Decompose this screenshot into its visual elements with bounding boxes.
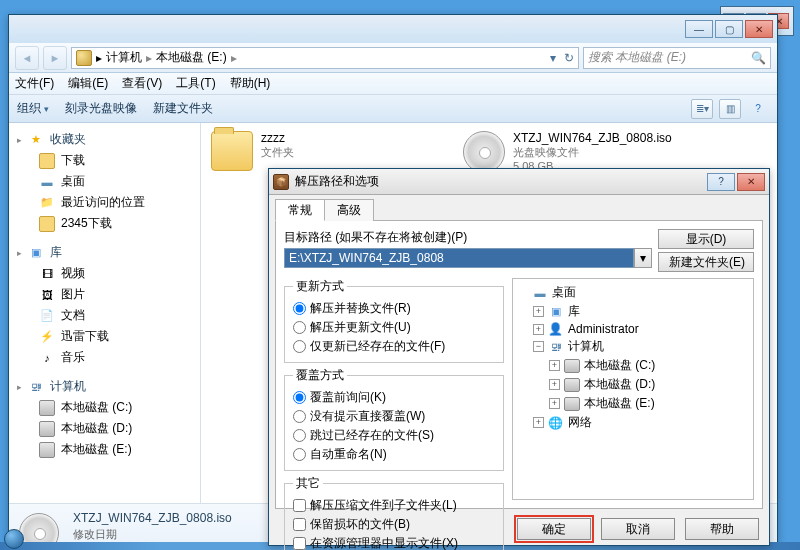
search-icon: 🔍 xyxy=(751,51,766,65)
radio-skip-existing[interactable]: 跳过已经存在的文件(S) xyxy=(293,426,495,445)
tree-node-desktop[interactable]: ▬桌面 xyxy=(517,283,749,302)
video-icon: 🎞 xyxy=(39,266,55,282)
help-icon[interactable]: ? xyxy=(747,99,769,119)
winrar-icon: 📦 xyxy=(273,174,289,190)
view-mode-button[interactable]: ≣▾ xyxy=(691,99,713,119)
menu-bar: 文件(F) 编辑(E) 查看(V) 工具(T) 帮助(H) xyxy=(9,73,777,95)
start-button[interactable] xyxy=(4,529,24,549)
sidebar-computer-head[interactable]: 🖳计算机 xyxy=(9,376,200,397)
ok-button[interactable]: 确定 xyxy=(517,518,591,540)
search-input[interactable]: 搜索 本地磁盘 (E:) 🔍 xyxy=(583,47,771,69)
menu-help[interactable]: 帮助(H) xyxy=(230,75,271,92)
destination-label: 目标路径 (如果不存在将被创建)(P) xyxy=(284,229,652,246)
check-show-explorer[interactable]: 在资源管理器中显示文件(X) xyxy=(293,534,495,550)
radio-extract-replace[interactable]: 解压并替换文件(R) xyxy=(293,299,495,318)
burn-button[interactable]: 刻录光盘映像 xyxy=(65,100,137,117)
help-button[interactable]: 帮助 xyxy=(685,518,759,540)
tree-node-drive-e[interactable]: +本地磁盘 (E:) xyxy=(517,394,749,413)
dialog-tabs: 常规 高级 xyxy=(275,199,763,221)
details-modified-label: 修改日期 xyxy=(73,527,232,542)
tree-node-libraries[interactable]: +▣库 xyxy=(517,302,749,321)
file-name: XTZJ_WIN764_ZJB_0808.iso xyxy=(513,131,672,145)
dialog-close-button[interactable]: ✕ xyxy=(737,173,765,191)
radio-freshen[interactable]: 仅更新已经存在的文件(F) xyxy=(293,337,495,356)
breadcrumb-dropdown-icon[interactable]: ▾ xyxy=(550,51,556,65)
sidebar-item-downloads[interactable]: 下载 xyxy=(9,150,200,171)
sidebar-item-pictures[interactable]: 🖼图片 xyxy=(9,284,200,305)
sidebar-libraries-head[interactable]: ▣库 xyxy=(9,242,200,263)
menu-tools[interactable]: 工具(T) xyxy=(176,75,215,92)
minimize-button[interactable]: — xyxy=(685,20,713,38)
sidebar-item-recent[interactable]: 📁最近访问的位置 xyxy=(9,192,200,213)
picture-icon: 🖼 xyxy=(39,287,55,303)
sidebar-item-music[interactable]: ♪音乐 xyxy=(9,347,200,368)
back-button[interactable]: ◄ xyxy=(15,46,39,70)
dialog-help-button[interactable]: ? xyxy=(707,173,735,191)
file-name: zzzz xyxy=(261,131,294,145)
dialog-titlebar[interactable]: 📦 解压路径和选项 ? ✕ xyxy=(269,169,769,195)
folder-icon xyxy=(39,153,55,169)
tree-node-drive-d[interactable]: +本地磁盘 (D:) xyxy=(517,375,749,394)
tree-node-admin[interactable]: +👤Administrator xyxy=(517,321,749,337)
computer-icon: 🖳 xyxy=(28,379,44,395)
update-mode-group: 更新方式 解压并替换文件(R) 解压并更新文件(U) 仅更新已经存在的文件(F) xyxy=(284,278,504,363)
search-placeholder: 搜索 本地磁盘 (E:) xyxy=(588,49,686,66)
tree-node-network[interactable]: +🌐网络 xyxy=(517,413,749,432)
file-item-iso[interactable]: XTZJ_WIN764_ZJB_0808.iso 光盘映像文件 5.08 GB xyxy=(463,131,693,173)
sidebar-item-drive-e[interactable]: 本地磁盘 (E:) xyxy=(9,439,200,460)
tree-node-drive-c[interactable]: +本地磁盘 (C:) xyxy=(517,356,749,375)
destination-dropdown-button[interactable]: ▾ xyxy=(634,248,652,268)
overwrite-mode-group: 覆盖方式 覆盖前询问(K) 没有提示直接覆盖(W) 跳过已经存在的文件(S) 自… xyxy=(284,367,504,471)
thunder-icon: ⚡ xyxy=(39,329,55,345)
libraries-icon: ▣ xyxy=(28,245,44,261)
organize-button[interactable]: 组织 xyxy=(17,100,49,117)
sidebar-item-documents[interactable]: 📄文档 xyxy=(9,305,200,326)
sidebar-item-desktop[interactable]: ▬桌面 xyxy=(9,171,200,192)
menu-view[interactable]: 查看(V) xyxy=(122,75,162,92)
sidebar-item-thunder[interactable]: ⚡迅雷下载 xyxy=(9,326,200,347)
radio-overwrite-all[interactable]: 没有提示直接覆盖(W) xyxy=(293,407,495,426)
destination-input[interactable] xyxy=(284,248,634,268)
refresh-icon[interactable]: ↻ xyxy=(564,51,574,65)
forward-button[interactable]: ► xyxy=(43,46,67,70)
check-subfolder[interactable]: 解压压缩文件到子文件夹(L) xyxy=(293,496,495,515)
sidebar-favorites-head[interactable]: ★收藏夹 xyxy=(9,129,200,150)
folder-icon xyxy=(39,216,55,232)
newfolder-button[interactable]: 新建文件夹(E) xyxy=(658,252,754,272)
sidebar-item-videos[interactable]: 🎞视频 xyxy=(9,263,200,284)
cancel-button[interactable]: 取消 xyxy=(601,518,675,540)
drive-icon xyxy=(39,400,55,416)
explorer-titlebar[interactable]: — ▢ ✕ xyxy=(9,15,777,43)
menu-edit[interactable]: 编辑(E) xyxy=(68,75,108,92)
radio-auto-rename[interactable]: 自动重命名(N) xyxy=(293,445,495,464)
sidebar-item-2345[interactable]: 2345下载 xyxy=(9,213,200,234)
desktop-icon: ▬ xyxy=(39,174,55,190)
file-item-folder[interactable]: zzzz 文件夹 xyxy=(211,131,441,171)
menu-file[interactable]: 文件(F) xyxy=(15,75,54,92)
nav-bar: ◄ ► ▸ 计算机 ▸ 本地磁盘 (E:) ▸ ▾ ↻ 搜索 本地磁盘 (E:)… xyxy=(9,43,777,73)
breadcrumb-seg-drive[interactable]: 本地磁盘 (E:) xyxy=(156,49,227,66)
maximize-button[interactable]: ▢ xyxy=(715,20,743,38)
star-icon: ★ xyxy=(28,132,44,148)
sidebar-item-drive-c[interactable]: 本地磁盘 (C:) xyxy=(9,397,200,418)
breadcrumb[interactable]: ▸ 计算机 ▸ 本地磁盘 (E:) ▸ ▾ ↻ xyxy=(71,47,579,69)
sidebar-item-drive-d[interactable]: 本地磁盘 (D:) xyxy=(9,418,200,439)
breadcrumb-seg-computer[interactable]: 计算机 xyxy=(106,49,142,66)
radio-extract-update[interactable]: 解压并更新文件(U) xyxy=(293,318,495,337)
close-button[interactable]: ✕ xyxy=(745,20,773,38)
tree-node-computer[interactable]: −🖳计算机 xyxy=(517,337,749,356)
radio-ask-overwrite[interactable]: 覆盖前询问(K) xyxy=(293,388,495,407)
folder-tree[interactable]: ▬桌面 +▣库 +👤Administrator −🖳计算机 +本地磁盘 (C:)… xyxy=(512,278,754,500)
preview-pane-button[interactable]: ▥ xyxy=(719,99,741,119)
check-keep-broken[interactable]: 保留损坏的文件(B) xyxy=(293,515,495,534)
iso-icon xyxy=(463,131,505,173)
newfolder-button[interactable]: 新建文件夹 xyxy=(153,100,213,117)
folder-icon xyxy=(211,131,253,171)
network-icon: 🌐 xyxy=(548,416,564,430)
tab-advanced[interactable]: 高级 xyxy=(324,199,374,221)
tab-general[interactable]: 常规 xyxy=(275,199,325,221)
file-type: 文件夹 xyxy=(261,145,294,160)
show-button[interactable]: 显示(D) xyxy=(658,229,754,249)
extract-dialog: 📦 解压路径和选项 ? ✕ 常规 高级 目标路径 (如果不存在将被创建)(P) … xyxy=(268,168,770,546)
drive-icon xyxy=(39,442,55,458)
